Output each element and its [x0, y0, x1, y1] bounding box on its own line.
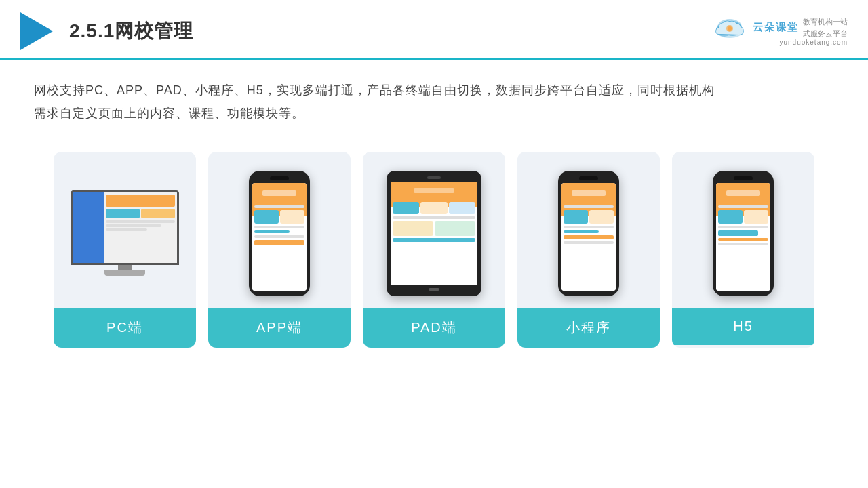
- description-line1: 网校支持PC、APP、PAD、小程序、H5，实现多端打通，产品各终端自由切换，数…: [34, 79, 834, 102]
- h5-phone-mockup: [713, 171, 774, 296]
- tablet-mockup: [387, 171, 481, 296]
- pc-screen-inner: [73, 192, 177, 263]
- page-title: 2.5.1网校管理: [69, 18, 193, 44]
- pc-mockup: [71, 190, 179, 276]
- miniprogram-phone-mockup: [558, 171, 619, 296]
- miniprogram-screen: [561, 183, 616, 291]
- svg-point-5: [728, 26, 732, 30]
- cards-container: PC端: [0, 131, 868, 368]
- card-pad-image: [363, 152, 505, 308]
- page-header: 2.5.1网校管理 云朵课堂 教育机构一站 式服务云: [0, 0, 868, 60]
- card-pad: PAD端: [363, 152, 505, 348]
- phone-screen-content: [252, 183, 307, 291]
- card-pc-label: PC端: [54, 308, 196, 348]
- description-line2: 需求自定义页面上的内容、课程、功能模块等。: [34, 102, 834, 125]
- description-block: 网校支持PC、APP、PAD、小程序、H5，实现多端打通，产品各终端自由切换，数…: [0, 60, 868, 131]
- tablet-home-btn: [429, 288, 439, 291]
- logo-slogan: 教育机构一站 式服务云平台: [803, 16, 848, 39]
- logo-english: yunduoketang.com: [779, 39, 848, 46]
- card-h5: H5: [672, 152, 814, 348]
- tablet-screen-content: [391, 182, 477, 285]
- h5-screen: [716, 183, 770, 291]
- card-app-label: APP端: [208, 308, 351, 348]
- section-number: 2.5.1: [69, 20, 115, 41]
- cloud-svg-icon: [712, 16, 747, 43]
- pc-neck: [118, 265, 132, 270]
- card-miniprogram: 小程序: [517, 152, 660, 348]
- card-pc-image: [54, 152, 196, 308]
- title-text: 网校管理: [115, 20, 193, 41]
- brand-logo: 云朵课堂 教育机构一站 式服务云平台 yunduoketang.com: [712, 16, 848, 46]
- tablet-screen: [391, 182, 477, 285]
- pc-base: [104, 270, 145, 276]
- card-miniprogram-label: 小程序: [517, 308, 660, 348]
- pc-screen: [71, 190, 179, 265]
- logo-text-area: 云朵课堂 教育机构一站 式服务云平台 yunduoketang.com: [753, 16, 848, 46]
- logo-badge-top: 云朵课堂 教育机构一站 式服务云平台: [753, 16, 848, 39]
- miniprogram-screen-content: [561, 183, 616, 291]
- card-miniprogram-image: [517, 152, 660, 308]
- logo-chinese: 云朵课堂: [753, 21, 799, 34]
- card-pad-label: PAD端: [363, 308, 505, 348]
- pc-content: [104, 192, 177, 263]
- miniprogram-notch: [579, 176, 598, 180]
- card-h5-image: [672, 152, 814, 308]
- app-phone-mockup: [249, 171, 310, 296]
- phone-screen: [252, 183, 307, 291]
- card-h5-label: H5: [672, 308, 814, 345]
- header-left: 2.5.1网校管理: [20, 12, 193, 50]
- phone-notch: [270, 176, 289, 180]
- h5-screen-content: [716, 183, 770, 291]
- card-app: APP端: [208, 152, 351, 348]
- h5-notch: [734, 176, 753, 180]
- play-icon: [20, 12, 53, 50]
- card-app-image: [208, 152, 351, 308]
- pc-sidebar: [73, 192, 104, 263]
- card-pc: PC端: [54, 152, 196, 348]
- tablet-btn: [427, 176, 441, 179]
